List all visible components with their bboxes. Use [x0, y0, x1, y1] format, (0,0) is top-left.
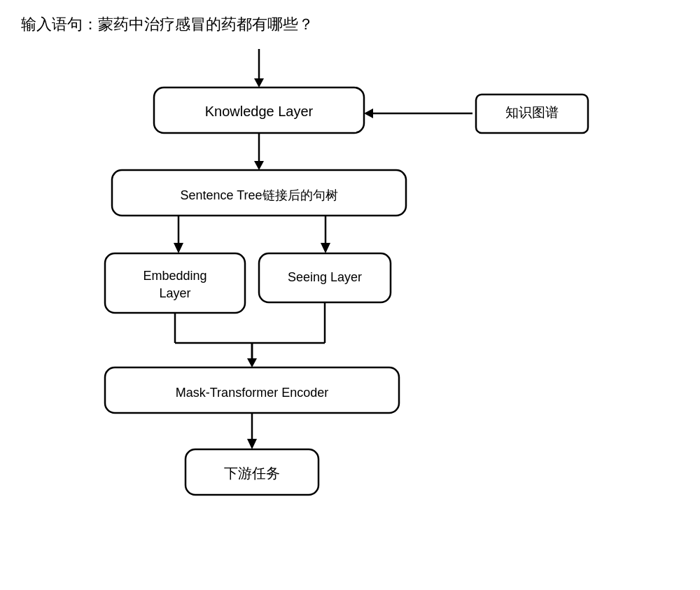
svg-marker-12	[321, 243, 330, 253]
svg-rect-13	[105, 253, 245, 313]
input-label: 输入语句：蒙药中治疗感冒的药都有哪些？	[14, 14, 686, 35]
knowledge-layer-label: Knowledge Layer	[205, 104, 314, 119]
knowledge-graph-label: 知识图谱	[505, 105, 559, 120]
sentence-tree-label: Sentence Tree链接后的句树	[180, 188, 337, 202]
seeing-layer-label: Seeing Layer	[288, 270, 362, 284]
flowchart-svg: Knowledge Layer 知识图谱 Sentence Tree链接后的句树…	[63, 42, 637, 574]
downstream-label: 下游任务	[224, 465, 280, 481]
svg-text:Layer: Layer	[159, 286, 190, 300]
svg-marker-23	[247, 358, 257, 367]
mask-transformer-label: Mask-Transformer Encoder	[176, 386, 328, 400]
svg-marker-1	[254, 78, 264, 87]
svg-marker-10	[174, 243, 183, 253]
diagram-container: 输入语句：蒙药中治疗感冒的药都有哪些？ Knowledge Layer 知识图谱…	[14, 14, 686, 577]
svg-text:Embedding: Embedding	[143, 269, 206, 283]
svg-marker-5	[364, 108, 373, 118]
svg-marker-26	[247, 439, 257, 449]
svg-marker-7	[254, 161, 264, 170]
